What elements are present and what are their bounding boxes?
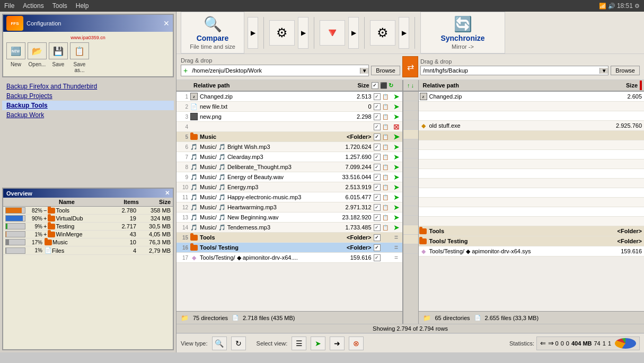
row-copy-10[interactable]: 📋 <box>382 184 391 190</box>
ov-row-testing[interactable]: 9% + Testing 2.717 30,5 MB <box>3 223 173 231</box>
row-copy-3[interactable]: 📋 <box>382 113 391 120</box>
left-row-15[interactable]: 15 Tools <Folder> = <box>177 233 402 243</box>
row-check-10[interactable] <box>374 184 382 191</box>
row-copy-12[interactable]: 📋 <box>382 204 391 210</box>
row-copy-11[interactable]: 📋 <box>382 194 391 200</box>
row-check-12[interactable] <box>374 204 382 211</box>
gear-btn-2[interactable]: ⚙ <box>370 20 395 46</box>
check-1[interactable] <box>374 93 381 100</box>
gear-dropdown-2[interactable]: ▶ <box>399 17 409 49</box>
row-check-4[interactable] <box>374 123 382 130</box>
row-copy-5[interactable]: 📋 <box>382 134 391 140</box>
gear-btn-1[interactable]: ⚙ <box>269 20 295 46</box>
filter-dropdown[interactable]: ▶ <box>348 17 359 49</box>
gear-dropdown-1[interactable]: ▶ <box>298 17 308 49</box>
left-sort-icon[interactable]: ⬛ <box>380 82 387 89</box>
left-check-all[interactable] <box>372 82 378 89</box>
open-button[interactable]: 📂 <box>28 42 47 59</box>
check-7[interactable] <box>374 154 381 161</box>
left-row-9[interactable]: 9 🎵 Music/ 🎵 Energy of Beauty.wav 33.516… <box>177 172 402 182</box>
vdub-expand[interactable]: + <box>43 215 47 222</box>
save-as-button[interactable]: 📋 <box>70 42 89 59</box>
synchronize-button[interactable]: 🔄 Synchronize Mirror -> <box>420 12 505 54</box>
row-check-5[interactable] <box>374 134 382 140</box>
row-copy-14[interactable]: 📋 <box>382 224 391 231</box>
ov-row-music[interactable]: 17% Music 10 76,3 MB <box>3 238 173 246</box>
left-row-17[interactable]: 17 ◆ Tools/Testing/ ◆ apimonitor-drv-x64… <box>177 253 402 263</box>
left-row-8[interactable]: 8 🎵 Music/ 🎵 Deliberate_Thought.mp3 7.09… <box>177 162 402 172</box>
check-15[interactable] <box>374 234 381 241</box>
row-check-15[interactable] <box>374 234 382 241</box>
left-row-5[interactable]: 5 Music <Folder> 📋 ➤ <box>177 132 402 142</box>
view-icon-btn[interactable]: 🔍 <box>212 337 227 350</box>
row-check-8[interactable] <box>374 164 382 171</box>
left-path-input[interactable] <box>190 66 360 75</box>
row-check-14[interactable] <box>374 224 382 231</box>
check-14[interactable] <box>374 224 381 231</box>
menu-help[interactable]: Help <box>76 2 89 10</box>
right-row-1[interactable]: z Changed.zip 2.605 <box>419 92 645 102</box>
row-check-1[interactable] <box>374 93 382 100</box>
left-row-7[interactable]: 7 🎵 Music/ 🎵 Clearday.mp3 1.257.690 📋 ➤ <box>177 152 402 162</box>
row-check-7[interactable] <box>374 154 382 161</box>
left-sync-header-icon[interactable]: ↻ <box>389 82 393 89</box>
right-row-17[interactable]: ◆ Tools/Testing/ ◆ apimonitor-drv-x64.sy… <box>419 246 645 256</box>
right-path-input[interactable] <box>421 66 599 75</box>
new-button[interactable]: 🆕 <box>6 42 25 59</box>
nav-item-work[interactable]: Backup Work <box>2 110 174 120</box>
left-row-13[interactable]: 13 🎵 Music/ 🎵 New Beginning.wav 23.182.9… <box>177 213 402 223</box>
left-add-icon[interactable]: + <box>181 65 190 76</box>
left-row-6[interactable]: 6 🎵 Music/ 🎵 Bright Wish.mp3 1.720.624 📋… <box>177 142 402 152</box>
right-browse-btn[interactable]: Browse <box>611 66 640 75</box>
left-browse-btn[interactable]: Browse <box>371 66 400 75</box>
filter-btn[interactable]: 🔻 <box>320 20 345 46</box>
left-row-12[interactable]: 12 🎵 Music/ 🎵 Heartwarming.mp3 2.971.312… <box>177 202 402 213</box>
refresh-left-icon[interactable]: ↑ <box>407 82 410 88</box>
ov-row-tools[interactable]: 82% − Tools 2.780 358 MB <box>3 207 173 215</box>
left-row-10[interactable]: 10 🎵 Music/ 🎵 Energy.mp3 2.513.919 📋 ➤ <box>177 182 402 192</box>
left-row-3[interactable]: 3 new.png 2.298 📋 ➤ <box>177 112 402 122</box>
check-4[interactable] <box>374 123 381 130</box>
check-5[interactable] <box>374 134 381 140</box>
check-11[interactable] <box>374 194 381 201</box>
check-17[interactable] <box>374 254 381 261</box>
compare-dropdown-btn[interactable]: ▶ <box>248 17 258 49</box>
right-row-15[interactable]: Tools <Folder> <box>419 226 645 236</box>
testing-expand[interactable]: + <box>43 223 47 229</box>
menu-file[interactable]: File <box>4 2 14 10</box>
check-10[interactable] <box>374 184 381 191</box>
check-2[interactable] <box>374 103 381 110</box>
select-green-btn[interactable]: ➤ <box>311 337 325 350</box>
row-copy-2[interactable]: 📋 <box>382 103 391 110</box>
check-13[interactable] <box>374 214 381 221</box>
right-path-dropdown[interactable]: ▼ <box>599 68 608 74</box>
winmerge-expand[interactable]: + <box>43 231 47 237</box>
left-row-1[interactable]: 1 z Changed.zip 2.513 📋 ➤ <box>177 92 402 102</box>
ov-row-virtualdub[interactable]: 90% + VirtualDub 19 324 MB <box>3 215 173 223</box>
check-9[interactable] <box>374 174 381 181</box>
save-button[interactable]: 💾 <box>49 42 68 59</box>
row-copy-6[interactable]: 📋 <box>382 144 391 150</box>
row-copy-4[interactable]: 📋 <box>382 123 391 130</box>
view-refresh-btn[interactable]: ↻ <box>231 337 246 350</box>
swap-button[interactable]: ⇄ <box>402 56 418 77</box>
check-16[interactable] <box>374 244 381 251</box>
row-check-17[interactable] <box>374 254 382 261</box>
select-arrow-btn[interactable]: ➜ <box>330 337 345 350</box>
row-copy-1[interactable]: 📋 <box>382 93 391 100</box>
check-8[interactable] <box>374 164 381 171</box>
ov-row-winmerge[interactable]: 1% + WinMerge 43 4,05 MB <box>3 231 173 238</box>
compare-button[interactable]: 🔍 Compare File time and size <box>181 12 244 54</box>
menu-tools[interactable]: Tools <box>52 2 67 10</box>
row-check-13[interactable] <box>374 214 382 221</box>
select-delete-btn[interactable]: ⊗ <box>349 337 364 350</box>
row-copy-8[interactable]: 📋 <box>382 164 391 170</box>
left-row-2[interactable]: 2 📄 new file.txt 0 📋 ➤ <box>177 102 402 112</box>
row-check-2[interactable] <box>374 103 382 110</box>
row-check-9[interactable] <box>374 174 382 181</box>
left-path-dropdown[interactable]: ▼ <box>360 68 368 74</box>
left-row-16[interactable]: 16 Tools/ Testing <Folder> = <box>177 243 402 253</box>
ov-row-files[interactable]: 1% 📄 Files 4 2,79 MB <box>3 246 173 255</box>
row-check-16[interactable] <box>374 244 382 251</box>
right-row-4[interactable]: ◆ old stuff.exe 2.925.760 <box>419 121 645 131</box>
